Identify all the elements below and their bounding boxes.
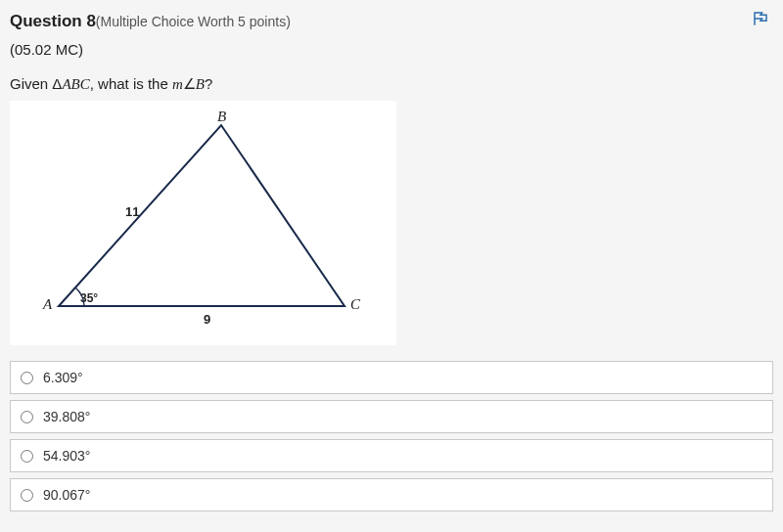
vertex-b-label: B [217, 109, 226, 125]
option-b-radio[interactable] [21, 411, 33, 423]
question-worth: (Multiple Choice Worth 5 points) [96, 14, 291, 29]
option-a-radio[interactable] [21, 372, 33, 384]
question-prompt: Given ΔABC, what is the m∠B? [10, 75, 773, 93]
option-b[interactable]: 39.808° [10, 400, 773, 433]
option-b-label: 39.808° [43, 409, 90, 424]
triangle-diagram: A B C 11 9 35° [10, 101, 396, 345]
prompt-suffix: ? [205, 75, 212, 92]
question-number: Question 8 [10, 12, 96, 30]
angle-symbol: ∠ [183, 75, 196, 92]
topic-code: (05.02 MC) [10, 41, 773, 58]
side-ac-label: 9 [204, 312, 210, 327]
vertex-c-label: C [350, 296, 360, 313]
side-ab-label: 11 [125, 204, 139, 219]
flag-icon[interactable] [752, 10, 769, 31]
question-header: Question 8(Multiple Choice Worth 5 point… [10, 12, 773, 31]
option-d-label: 90.067° [43, 487, 90, 503]
triangle-svg [10, 101, 396, 345]
option-a-label: 6.309° [43, 370, 83, 385]
prompt-triangle: ABC [62, 76, 89, 92]
prompt-mid: , what is the [90, 75, 172, 92]
option-a[interactable]: 6.309° [10, 361, 773, 394]
option-c-radio[interactable] [21, 450, 33, 463]
vertex-a-label: A [43, 296, 52, 313]
question-container: Question 8(Multiple Choice Worth 5 point… [0, 0, 783, 527]
svg-marker-0 [59, 125, 345, 306]
option-d[interactable]: 90.067° [10, 478, 773, 511]
prompt-prefix: Given Δ [10, 75, 62, 92]
option-d-radio[interactable] [21, 489, 33, 502]
answer-options: 6.309° 39.808° 54.903° 90.067° [10, 361, 773, 511]
option-c-label: 54.903° [43, 448, 90, 464]
prompt-angle-vertex: B [196, 76, 205, 92]
angle-a-label: 35° [80, 291, 98, 305]
question-title: Question 8(Multiple Choice Worth 5 point… [10, 12, 291, 31]
option-c[interactable]: 54.903° [10, 439, 773, 472]
prompt-measure-m: m [172, 76, 183, 92]
